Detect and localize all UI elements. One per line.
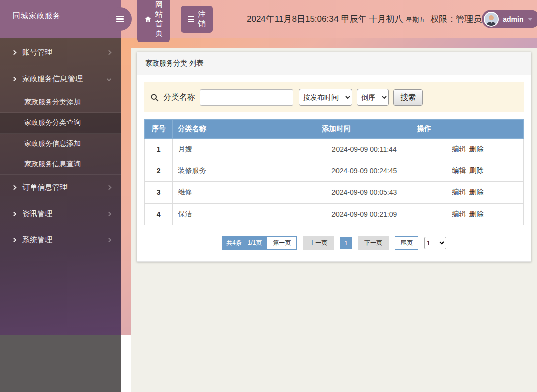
pagination-info-group: 共4条 1/1页 第一页 xyxy=(222,236,297,250)
sort-field-select[interactable]: 按发布时间 xyxy=(299,89,352,106)
sidebar-item-label: 资讯管理 xyxy=(22,209,52,219)
sidebar-subitem-label: 家政服务分类添加 xyxy=(24,98,81,107)
table-row: 3维修2024-09-09 00:05:43编辑删除 xyxy=(145,182,524,204)
delete-link[interactable]: 删除 xyxy=(469,166,483,174)
sidebar-item-1[interactable]: 家政服务信息管理 xyxy=(0,66,121,92)
panel-title: 家政服务分类 列表 xyxy=(137,52,531,75)
column-header-1: 分类名称 xyxy=(173,120,317,139)
column-header-2: 添加时间 xyxy=(317,120,412,139)
cell-index: 4 xyxy=(145,204,173,225)
table-row: 4保洁2024-09-09 00:21:09编辑删除 xyxy=(145,204,524,225)
search-button[interactable]: 搜索 xyxy=(393,89,423,106)
chevron-right-icon xyxy=(107,185,112,190)
delete-link[interactable]: 删除 xyxy=(469,145,483,153)
table-row: 2装修服务2024-09-09 00:24:45编辑删除 xyxy=(145,160,524,182)
table-row: 1月嫂2024-09-09 00:11:44编辑删除 xyxy=(145,139,524,160)
column-header-0: 序号 xyxy=(145,120,173,139)
topbar: 同城家政服务 网站首页 注销 2024年11月8日15:06:34 甲辰年 十月… xyxy=(0,0,537,38)
sidebar-item-0[interactable]: 账号管理 xyxy=(0,40,121,66)
current-page[interactable]: 1 xyxy=(340,237,352,249)
chevron-down-icon xyxy=(528,18,533,21)
role-text: 权限：管理员 xyxy=(430,13,482,25)
cell-actions: 编辑删除 xyxy=(412,182,523,204)
cell-actions: 编辑删除 xyxy=(412,160,523,182)
app-title: 同城家政服务 xyxy=(13,11,61,21)
sidebar-subitem-label: 家政服务信息查询 xyxy=(24,160,81,169)
column-header-3: 操作 xyxy=(412,120,523,139)
logout-button-label: 注销 xyxy=(198,10,206,29)
next-page-button[interactable]: 下一页 xyxy=(358,236,389,250)
sidebar-item-2[interactable]: 订单信息管理 xyxy=(0,175,121,201)
table-header-row: 序号分类名称添加时间操作 xyxy=(145,120,524,139)
sidebar-subitem-1-0[interactable]: 家政服务分类添加 xyxy=(0,92,121,113)
page-select[interactable]: 1 xyxy=(424,237,446,249)
sidebar-item-label: 订单信息管理 xyxy=(22,183,68,192)
search-bar: 分类名称 按发布时间 倒序 搜索 xyxy=(144,82,524,112)
edit-link[interactable]: 编辑 xyxy=(452,145,466,153)
sidebar-subitem-1-2[interactable]: 家政服务信息添加 xyxy=(0,134,121,154)
cell-category-name: 保洁 xyxy=(173,204,317,225)
list-icon xyxy=(188,15,194,23)
cell-added-time: 2024-09-09 00:05:43 xyxy=(317,182,412,204)
total-count: 共4条 xyxy=(226,239,242,247)
sidebar-item-4[interactable]: 系统管理 xyxy=(0,227,121,253)
datetime-text: 2024年11月8日15:06:34 甲辰年 十月初八 星期五 xyxy=(247,13,425,25)
edit-link[interactable]: 编辑 xyxy=(452,166,466,174)
cell-category-name: 月嫂 xyxy=(173,139,317,160)
chevron-right-icon xyxy=(107,50,112,55)
cell-added-time: 2024-09-09 00:11:44 xyxy=(317,139,412,160)
home-icon xyxy=(144,15,152,23)
home-button[interactable]: 网站首页 xyxy=(137,0,170,42)
edit-link[interactable]: 编辑 xyxy=(452,210,466,218)
cell-category-name: 维修 xyxy=(173,182,317,204)
page-indicator: 1/1页 xyxy=(248,239,262,247)
pagination-summary: 共4条 1/1页 xyxy=(222,236,266,250)
prev-page-button[interactable]: 上一页 xyxy=(303,236,334,250)
delete-link[interactable]: 删除 xyxy=(469,188,483,196)
category-table: 序号分类名称添加时间操作 1月嫂2024-09-09 00:11:44编辑删除2… xyxy=(144,119,524,225)
last-page-button[interactable]: 尾页 xyxy=(395,236,418,250)
content-wrapper: 家政服务分类 列表 分类名称 按发布时间 倒 xyxy=(131,48,537,392)
delete-link[interactable]: 删除 xyxy=(469,210,483,218)
sidebar-subitem-label: 家政服务分类查询 xyxy=(24,118,81,127)
sidebar-item-3[interactable]: 资讯管理 xyxy=(0,201,121,227)
sidebar-item-label: 系统管理 xyxy=(22,235,52,245)
chevron-right-icon xyxy=(12,238,17,243)
chevron-right-icon xyxy=(12,185,17,190)
sidebar-subitem-label: 家政服务信息添加 xyxy=(24,139,81,148)
chevron-right-icon xyxy=(12,77,17,82)
category-list-panel: 家政服务分类 列表 分类名称 按发布时间 倒 xyxy=(137,52,531,262)
edit-link[interactable]: 编辑 xyxy=(452,188,466,196)
user-menu[interactable]: admin xyxy=(482,10,537,28)
chevron-right-icon xyxy=(107,238,112,243)
sidebar-toggle-button[interactable] xyxy=(108,7,132,31)
cell-actions: 编辑删除 xyxy=(412,139,523,160)
sidebar-nav: 账号管理家政服务信息管理家政服务分类添加家政服务分类查询家政服务信息添加家政服务… xyxy=(0,38,121,392)
cell-category-name: 装修服务 xyxy=(173,160,317,182)
chevron-right-icon xyxy=(12,50,17,55)
cell-added-time: 2024-09-09 00:24:45 xyxy=(317,160,412,182)
hamburger-icon xyxy=(116,15,124,24)
main-area: 家政服务分类 列表 分类名称 按发布时间 倒 xyxy=(121,38,537,392)
chevron-right-icon xyxy=(107,212,112,217)
panel-body: 分类名称 按发布时间 倒序 搜索 序号分类名称添加时间操作 xyxy=(137,75,531,261)
chevron-down-icon xyxy=(107,77,112,82)
username-label: admin xyxy=(503,15,523,23)
logout-button[interactable]: 注销 xyxy=(181,6,213,33)
sidebar-item-label: 家政服务信息管理 xyxy=(22,74,83,84)
app-window: 同城家政服务 网站首页 注销 2024年11月8日15:06:34 甲辰年 十月… xyxy=(0,0,537,392)
cell-actions: 编辑删除 xyxy=(412,204,523,225)
pagination: 共4条 1/1页 第一页 上一页 1 下一页 尾页 1 xyxy=(144,236,524,250)
cell-index: 1 xyxy=(145,139,173,160)
category-name-input[interactable] xyxy=(200,89,293,106)
sidebar-subitem-1-3[interactable]: 家政服务信息查询 xyxy=(0,154,121,175)
cell-index: 2 xyxy=(145,160,173,182)
first-page-button[interactable]: 第一页 xyxy=(266,236,297,250)
sort-order-select[interactable]: 倒序 xyxy=(357,89,389,106)
cell-added-time: 2024-09-09 00:21:09 xyxy=(317,204,412,225)
cell-index: 3 xyxy=(145,182,173,204)
chevron-right-icon xyxy=(12,212,17,217)
sidebar-subitem-1-1[interactable]: 家政服务分类查询 xyxy=(0,113,121,134)
search-icon xyxy=(150,93,159,102)
weekday-text: 星期五 xyxy=(406,16,425,23)
